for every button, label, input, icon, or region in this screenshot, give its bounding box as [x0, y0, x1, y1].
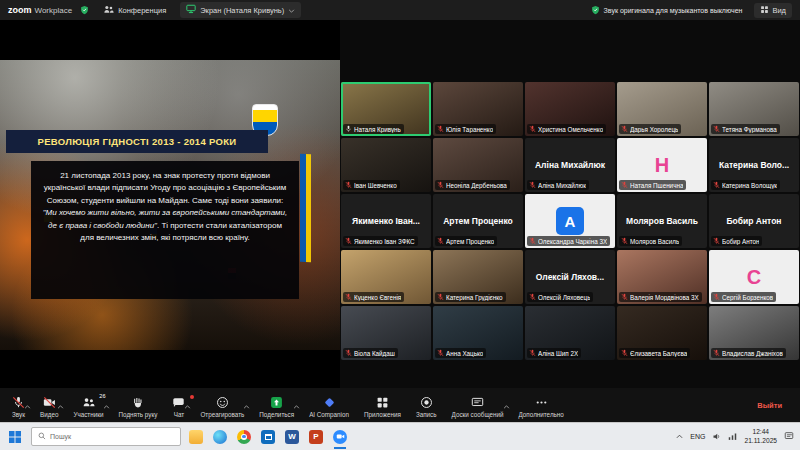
participants-button[interactable]: 26Участники	[71, 393, 105, 418]
windows-taskbar: Пошук WP ENG 12:44 21.11.2025	[0, 422, 800, 450]
participant-tile[interactable]: Наталя Кривунь	[341, 82, 431, 136]
taskbar-icon-word[interactable]: W	[284, 429, 300, 445]
letter-avatar: Н	[655, 155, 669, 175]
search-placeholder: Пошук	[50, 433, 71, 440]
participant-name: Дарья Хоролець	[630, 126, 678, 133]
participant-tile[interactable]: Віола Кайдаш	[341, 306, 431, 360]
participant-name: Тетяна Фурманова	[722, 126, 777, 133]
grid-view-icon	[760, 5, 769, 16]
participant-tile[interactable]: CСергій Борзенков	[709, 250, 799, 304]
participant-name: Юлія Тараненко	[446, 126, 493, 133]
participant-name: Бобир Антон	[722, 238, 759, 245]
audio-button[interactable]: Звук	[10, 393, 27, 418]
taskbar-icon-store[interactable]	[260, 429, 276, 445]
participant-tile[interactable]: Неоніла Дербеньова	[433, 138, 523, 192]
participant-name-label: Олександра Чаркіна 3Х	[527, 236, 610, 246]
participant-name-label: Бобир Антон	[711, 236, 762, 246]
participant-tile[interactable]: ННаталя Пшенична	[617, 138, 707, 192]
chevron-down-icon[interactable]	[288, 6, 295, 15]
participant-tile[interactable]: Анна Хацько	[433, 306, 523, 360]
people-icon	[103, 4, 114, 17]
participant-name-label: Куценко Євгенія	[343, 292, 404, 302]
chevron-up-icon[interactable]	[293, 395, 300, 413]
muted-mic-icon	[529, 125, 536, 133]
taskbar-clock[interactable]: 12:44 21.11.2025	[744, 428, 777, 444]
participant-tile[interactable]: Якименко Іван...Якименко Іван ЗФКС	[341, 194, 431, 248]
participant-tile[interactable]: Катерина Грудієнко	[433, 250, 523, 304]
participant-name-label: Катерина Грудієнко	[435, 292, 506, 302]
taskbar-search[interactable]: Пошук	[31, 427, 181, 446]
participant-tile[interactable]: Олексій Ляхов...Олексій Ляховець	[525, 250, 615, 304]
toolbar-button-label: Чат	[174, 411, 184, 418]
more-button[interactable]: Дополнительно	[517, 393, 566, 418]
taskbar-icon-chrome[interactable]	[236, 429, 252, 445]
search-icon	[38, 432, 46, 441]
hand-icon	[131, 396, 144, 410]
apps-button[interactable]: Приложения	[362, 393, 403, 418]
tab-screen-share[interactable]: Экран (Наталя Кривунь)	[180, 2, 301, 18]
participant-name: Наталя Кривунь	[354, 126, 401, 133]
react-button[interactable]: Отреагировать	[198, 393, 246, 418]
taskbar-icon-edge[interactable]	[212, 429, 228, 445]
boards-button[interactable]: Доски сообщений	[450, 393, 506, 418]
monitor-icon	[186, 4, 196, 16]
participant-name-label: Валерія Мордвінова 3Х	[619, 292, 702, 302]
participant-tile[interactable]: Єлизавета Балуєва	[617, 306, 707, 360]
chat-button[interactable]: Чат	[170, 393, 187, 418]
participant-tile[interactable]: Юлія Тараненко	[433, 82, 523, 136]
participant-tile[interactable]: Тетяна Фурманова	[709, 82, 799, 136]
letter-avatar: C	[747, 267, 761, 287]
toolbar-button-label: Запись	[416, 411, 437, 418]
network-icon[interactable]	[728, 432, 737, 442]
share-button[interactable]: Поделиться	[257, 393, 296, 418]
participant-tile[interactable]: Катерина Воло...Катерина Волощук	[709, 138, 799, 192]
participant-tile[interactable]: Владислав Джаніхов	[709, 306, 799, 360]
zoom-workplace-logo: zoom Workplace	[8, 5, 72, 15]
record-button[interactable]: Запись	[414, 393, 439, 418]
muted-mic-icon	[713, 181, 720, 189]
raise-hand-button[interactable]: Поднять руку	[117, 393, 160, 418]
participant-tile[interactable]: Бобир АнтонБобир Антон	[709, 194, 799, 248]
participant-tile[interactable]: Аліна Шип 2Х	[525, 306, 615, 360]
participant-tile[interactable]: Іван Шевченко	[341, 138, 431, 192]
participant-tile[interactable]: Христина Омельченко	[525, 82, 615, 136]
meeting-main-area: РЕВОЛЮЦІЯ ГІДНОСТІ 2013 - 2014 РОКИ 21 л…	[0, 20, 800, 388]
participant-tile[interactable]: Моляров ВасильМоляров Василь	[617, 194, 707, 248]
participant-name-label: Христина Омельченко	[527, 124, 606, 134]
participant-name: Іван Шевченко	[354, 182, 397, 189]
muted-mic-icon	[529, 349, 536, 357]
participant-name: Владислав Джаніхов	[722, 350, 783, 357]
ai-companion-button[interactable]: AI Companion	[307, 393, 351, 418]
original-sound-status[interactable]: Звук оригинала для музыкантов выключен	[591, 5, 743, 16]
view-button[interactable]: Вид	[754, 3, 792, 18]
participant-name: Аліна Шип 2Х	[538, 350, 578, 357]
participant-name: Наталя Пшенична	[630, 182, 683, 189]
chevron-up-icon[interactable]	[243, 395, 250, 413]
participant-name: Куценко Євгенія	[354, 294, 401, 301]
language-indicator[interactable]: ENG	[690, 433, 705, 440]
participant-tile[interactable]: Валерія Мордвінова 3Х	[617, 250, 707, 304]
participant-tile[interactable]: Куценко Євгенія	[341, 250, 431, 304]
start-button[interactable]	[6, 427, 24, 447]
participant-tile[interactable]: Аліна МихайлюкАліна Михайлюк	[525, 138, 615, 192]
tray-chevron-icon[interactable]	[676, 433, 683, 440]
participant-name: Валерія Мордвінова 3Х	[630, 294, 699, 301]
muted-mic-icon	[621, 125, 628, 133]
chevron-up-icon[interactable]	[24, 395, 31, 413]
more-icon	[535, 396, 548, 410]
chevron-up-icon[interactable]	[57, 395, 64, 413]
leave-button[interactable]: Выйти	[749, 397, 790, 414]
participant-tile[interactable]: Дарья Хоролець	[617, 82, 707, 136]
letter-avatar: A	[556, 207, 584, 235]
taskbar-icon-powerpoint[interactable]: P	[308, 429, 324, 445]
participant-tile[interactable]: Артем ПроценкоАртем Проценко	[433, 194, 523, 248]
chevron-up-icon[interactable]	[503, 395, 510, 413]
video-button[interactable]: Видео	[38, 393, 60, 418]
volume-icon[interactable]	[712, 432, 721, 442]
action-center-icon[interactable]	[784, 431, 794, 442]
muted-mic-icon	[345, 293, 352, 301]
tab-meeting[interactable]: Конференция	[97, 2, 172, 19]
taskbar-icon-folder[interactable]	[188, 429, 204, 445]
taskbar-icon-zoom[interactable]	[332, 429, 348, 445]
participant-tile[interactable]: AОлександра Чаркіна 3Х	[525, 194, 615, 248]
